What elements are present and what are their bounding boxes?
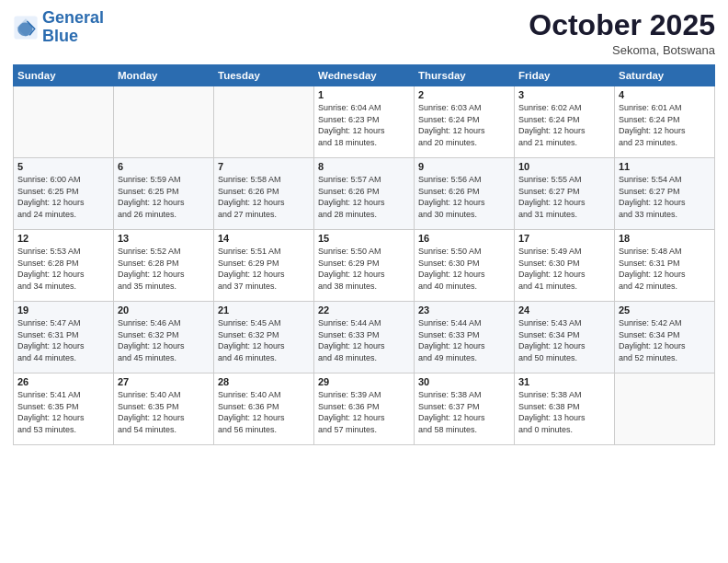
day-number: 5 xyxy=(17,161,109,172)
calendar-week-2: 5Sunrise: 6:00 AM Sunset: 6:25 PM Daylig… xyxy=(14,158,715,230)
day-info: Sunrise: 5:54 AM Sunset: 6:27 PM Dayligh… xyxy=(619,174,711,220)
calendar-cell xyxy=(114,86,214,158)
day-number: 30 xyxy=(418,376,510,387)
day-number: 12 xyxy=(17,233,109,244)
day-info: Sunrise: 5:40 AM Sunset: 6:36 PM Dayligh… xyxy=(218,389,310,435)
calendar-cell: 28Sunrise: 5:40 AM Sunset: 6:36 PM Dayli… xyxy=(214,373,314,445)
calendar-cell: 4Sunrise: 6:01 AM Sunset: 6:24 PM Daylig… xyxy=(615,86,715,158)
location: Sekoma, Botswana xyxy=(529,43,715,57)
day-info: Sunrise: 5:51 AM Sunset: 6:29 PM Dayligh… xyxy=(218,246,310,292)
day-number: 26 xyxy=(17,376,109,387)
weekday-header-tuesday: Tuesday xyxy=(214,65,314,86)
day-info: Sunrise: 5:40 AM Sunset: 6:35 PM Dayligh… xyxy=(118,389,210,435)
calendar-cell: 5Sunrise: 6:00 AM Sunset: 6:25 PM Daylig… xyxy=(14,158,114,230)
day-number: 15 xyxy=(318,233,410,244)
day-number: 24 xyxy=(518,304,610,316)
title-area: October 2025 Sekoma, Botswana xyxy=(529,9,715,57)
day-info: Sunrise: 5:50 AM Sunset: 6:29 PM Dayligh… xyxy=(318,246,410,292)
day-info: Sunrise: 5:39 AM Sunset: 6:36 PM Dayligh… xyxy=(318,389,410,435)
day-info: Sunrise: 5:53 AM Sunset: 6:28 PM Dayligh… xyxy=(17,246,109,292)
day-info: Sunrise: 5:49 AM Sunset: 6:30 PM Dayligh… xyxy=(518,246,610,292)
day-info: Sunrise: 5:42 AM Sunset: 6:34 PM Dayligh… xyxy=(619,317,711,363)
calendar-cell: 27Sunrise: 5:40 AM Sunset: 6:35 PM Dayli… xyxy=(114,373,214,445)
day-info: Sunrise: 6:03 AM Sunset: 6:24 PM Dayligh… xyxy=(418,102,510,148)
day-info: Sunrise: 5:46 AM Sunset: 6:32 PM Dayligh… xyxy=(118,317,210,363)
day-number: 23 xyxy=(418,304,510,316)
calendar-cell: 30Sunrise: 5:38 AM Sunset: 6:37 PM Dayli… xyxy=(415,373,515,445)
day-info: Sunrise: 6:01 AM Sunset: 6:24 PM Dayligh… xyxy=(619,102,711,148)
month-title: October 2025 xyxy=(529,9,715,41)
calendar-cell: 3Sunrise: 6:02 AM Sunset: 6:24 PM Daylig… xyxy=(515,86,615,158)
day-number: 13 xyxy=(118,233,210,244)
calendar-cell: 7Sunrise: 5:58 AM Sunset: 6:26 PM Daylig… xyxy=(214,158,314,230)
day-number: 10 xyxy=(518,161,610,172)
day-number: 22 xyxy=(318,304,410,316)
calendar-cell xyxy=(214,86,314,158)
calendar-cell: 1Sunrise: 6:04 AM Sunset: 6:23 PM Daylig… xyxy=(314,86,415,158)
day-info: Sunrise: 5:58 AM Sunset: 6:26 PM Dayligh… xyxy=(218,174,310,220)
header: General Blue October 2025 Sekoma, Botswa… xyxy=(13,9,715,57)
calendar-cell: 12Sunrise: 5:53 AM Sunset: 6:28 PM Dayli… xyxy=(14,230,114,302)
day-number: 9 xyxy=(418,161,510,172)
day-info: Sunrise: 5:44 AM Sunset: 6:33 PM Dayligh… xyxy=(418,317,510,363)
day-info: Sunrise: 5:44 AM Sunset: 6:33 PM Dayligh… xyxy=(318,317,410,363)
calendar-cell: 9Sunrise: 5:56 AM Sunset: 6:26 PM Daylig… xyxy=(415,158,515,230)
day-info: Sunrise: 5:55 AM Sunset: 6:27 PM Dayligh… xyxy=(518,174,610,220)
day-info: Sunrise: 5:41 AM Sunset: 6:35 PM Dayligh… xyxy=(17,389,109,435)
weekday-header-saturday: Saturday xyxy=(615,65,715,86)
calendar-cell: 31Sunrise: 5:38 AM Sunset: 6:38 PM Dayli… xyxy=(515,373,615,445)
day-number: 14 xyxy=(218,233,310,244)
calendar-cell: 15Sunrise: 5:50 AM Sunset: 6:29 PM Dayli… xyxy=(314,230,415,302)
day-number: 1 xyxy=(318,89,410,100)
calendar-cell: 19Sunrise: 5:47 AM Sunset: 6:31 PM Dayli… xyxy=(14,302,114,373)
calendar: SundayMondayTuesdayWednesdayThursdayFrid… xyxy=(13,64,715,445)
calendar-cell: 10Sunrise: 5:55 AM Sunset: 6:27 PM Dayli… xyxy=(515,158,615,230)
calendar-cell: 11Sunrise: 5:54 AM Sunset: 6:27 PM Dayli… xyxy=(615,158,715,230)
calendar-week-5: 26Sunrise: 5:41 AM Sunset: 6:35 PM Dayli… xyxy=(14,373,715,445)
calendar-cell: 23Sunrise: 5:44 AM Sunset: 6:33 PM Dayli… xyxy=(415,302,515,373)
weekday-header-friday: Friday xyxy=(515,65,615,86)
day-info: Sunrise: 5:57 AM Sunset: 6:26 PM Dayligh… xyxy=(318,174,410,220)
day-info: Sunrise: 6:02 AM Sunset: 6:24 PM Dayligh… xyxy=(518,102,610,148)
day-number: 4 xyxy=(619,89,711,100)
calendar-week-3: 12Sunrise: 5:53 AM Sunset: 6:28 PM Dayli… xyxy=(14,230,715,302)
page: General Blue October 2025 Sekoma, Botswa… xyxy=(0,0,728,563)
calendar-week-4: 19Sunrise: 5:47 AM Sunset: 6:31 PM Dayli… xyxy=(14,302,715,373)
weekday-header-thursday: Thursday xyxy=(415,65,515,86)
day-number: 18 xyxy=(619,233,711,244)
day-info: Sunrise: 5:56 AM Sunset: 6:26 PM Dayligh… xyxy=(418,174,510,220)
calendar-cell: 13Sunrise: 5:52 AM Sunset: 6:28 PM Dayli… xyxy=(114,230,214,302)
weekday-header-sunday: Sunday xyxy=(14,65,114,86)
calendar-cell: 24Sunrise: 5:43 AM Sunset: 6:34 PM Dayli… xyxy=(515,302,615,373)
day-number: 8 xyxy=(318,161,410,172)
weekday-header-wednesday: Wednesday xyxy=(314,65,415,86)
calendar-cell: 26Sunrise: 5:41 AM Sunset: 6:35 PM Dayli… xyxy=(14,373,114,445)
day-info: Sunrise: 6:00 AM Sunset: 6:25 PM Dayligh… xyxy=(17,174,109,220)
day-number: 28 xyxy=(218,376,310,387)
calendar-cell: 14Sunrise: 5:51 AM Sunset: 6:29 PM Dayli… xyxy=(214,230,314,302)
calendar-cell: 21Sunrise: 5:45 AM Sunset: 6:32 PM Dayli… xyxy=(214,302,314,373)
calendar-cell: 8Sunrise: 5:57 AM Sunset: 6:26 PM Daylig… xyxy=(314,158,415,230)
calendar-cell xyxy=(615,373,715,445)
day-number: 29 xyxy=(318,376,410,387)
logo: General Blue xyxy=(13,9,104,46)
day-info: Sunrise: 5:38 AM Sunset: 6:38 PM Dayligh… xyxy=(518,389,610,435)
day-info: Sunrise: 6:04 AM Sunset: 6:23 PM Dayligh… xyxy=(318,102,410,148)
day-number: 25 xyxy=(619,304,711,316)
weekday-header-monday: Monday xyxy=(114,65,214,86)
day-number: 2 xyxy=(418,89,510,100)
day-info: Sunrise: 5:45 AM Sunset: 6:32 PM Dayligh… xyxy=(218,317,310,363)
day-info: Sunrise: 5:43 AM Sunset: 6:34 PM Dayligh… xyxy=(518,317,610,363)
day-number: 20 xyxy=(118,304,210,316)
logo-icon xyxy=(13,15,39,40)
day-number: 3 xyxy=(518,89,610,100)
day-number: 19 xyxy=(17,304,109,316)
calendar-cell: 22Sunrise: 5:44 AM Sunset: 6:33 PM Dayli… xyxy=(314,302,415,373)
calendar-cell: 6Sunrise: 5:59 AM Sunset: 6:25 PM Daylig… xyxy=(114,158,214,230)
day-info: Sunrise: 5:50 AM Sunset: 6:30 PM Dayligh… xyxy=(418,246,510,292)
day-number: 31 xyxy=(518,376,610,387)
day-number: 11 xyxy=(619,161,711,172)
day-info: Sunrise: 5:38 AM Sunset: 6:37 PM Dayligh… xyxy=(418,389,510,435)
day-number: 7 xyxy=(218,161,310,172)
calendar-week-1: 1Sunrise: 6:04 AM Sunset: 6:23 PM Daylig… xyxy=(14,86,715,158)
